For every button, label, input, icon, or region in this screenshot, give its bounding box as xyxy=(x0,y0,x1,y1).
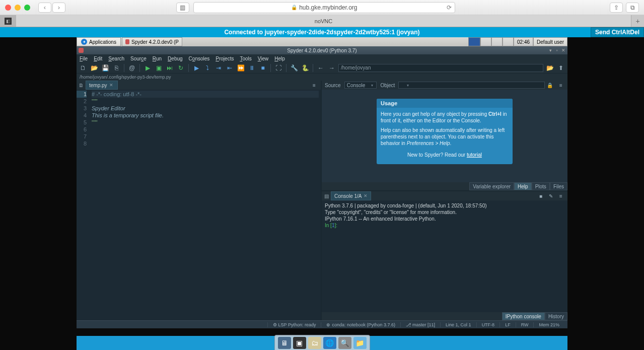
status-cursor-position: Line 1, Col 1 xyxy=(440,322,476,327)
applications-menu[interactable]: ✦ Applications xyxy=(77,37,121,46)
ipython-console[interactable]: Python 3.7.6 | packaged by conda-forge |… xyxy=(322,200,567,312)
forward-button[interactable]: › xyxy=(52,3,65,13)
minimize-window-button[interactable] xyxy=(15,5,21,11)
status-lsp[interactable]: ⚙ LSP Python: ready xyxy=(267,322,321,327)
share-button[interactable]: ⇪ xyxy=(610,3,623,13)
back-button[interactable]: ‹ xyxy=(38,3,51,13)
debug-continue-icon[interactable]: ⏩ xyxy=(236,63,245,73)
back-nav-icon[interactable]: ← xyxy=(316,63,325,73)
run-icon[interactable]: ▶ xyxy=(143,63,152,73)
close-icon[interactable]: ✕ xyxy=(560,47,566,53)
tab-ipython-console[interactable]: IPython console xyxy=(502,312,545,320)
taskbar-item-spyder[interactable]: Spyder 4.2.0.dev0 (Pyth... xyxy=(122,37,182,46)
panel-user[interactable]: Default user xyxy=(533,37,567,46)
editor-tab[interactable]: temp.py ✕ xyxy=(86,81,118,90)
save-all-icon[interactable]: ⎘ xyxy=(112,63,121,73)
pinned-tab[interactable]: ◧ xyxy=(0,15,16,27)
status-conda[interactable]: ⊕ conda: notebook (Python 3.7.6) xyxy=(321,322,400,327)
dock-web-browser[interactable]: 🌐 xyxy=(323,337,336,349)
dock-search[interactable]: 🔍 xyxy=(338,337,351,349)
panel-applet[interactable] xyxy=(480,37,491,46)
address-bar[interactable]: 🔒 hub.gke.mybinder.org ⟳ xyxy=(193,2,455,13)
open-file-icon[interactable]: 📂 xyxy=(90,63,99,73)
console-list-icon[interactable]: ▤ xyxy=(322,191,331,200)
tab-files[interactable]: Files xyxy=(550,182,567,190)
preferences-icon[interactable]: 🔧 xyxy=(290,63,299,73)
menu-consoles[interactable]: Consoles xyxy=(189,56,210,61)
options-icon[interactable]: ≡ xyxy=(556,81,565,90)
options-icon[interactable]: ≡ xyxy=(556,191,565,200)
run-cell-icon[interactable]: ▣ xyxy=(154,63,163,73)
keyboard-layout-indicator[interactable] xyxy=(468,37,480,46)
browser-tab[interactable]: noVNC xyxy=(16,15,631,27)
menu-search[interactable]: Search xyxy=(108,56,124,61)
source-combo[interactable]: Console xyxy=(344,82,377,89)
debug-step-in-icon[interactable]: ⇥ xyxy=(214,63,223,73)
spyder-titlebar[interactable]: Spyder 4.2.0.dev0 (Python 3.7) ▾ ▫ ✕ xyxy=(77,46,567,54)
menu-file[interactable]: File xyxy=(80,56,88,61)
menu-debug[interactable]: Debug xyxy=(168,56,182,61)
pythonpath-icon[interactable]: 🐍 xyxy=(301,63,310,73)
sidebar-toggle-button[interactable]: ▥ xyxy=(176,3,189,13)
working-directory-input[interactable]: /home/jovyan xyxy=(338,64,543,72)
status-rw: RW xyxy=(516,322,534,327)
code-editor[interactable]: 12345678 # -*- coding: utf-8 -*- """ Spy… xyxy=(77,90,321,320)
console-tab[interactable]: Console 1/A ✕ xyxy=(331,191,371,200)
xfce-dock: 🖥 ▣ 🗂 🌐 🔍 📁 xyxy=(274,335,370,350)
maximize-icon[interactable]: ▫ xyxy=(554,47,560,53)
reload-icon[interactable]: ⟳ xyxy=(447,4,452,11)
stop-icon[interactable]: ■ xyxy=(258,63,267,73)
run-cell-advance-icon[interactable]: ⏭ xyxy=(165,63,174,73)
browse-dir-icon[interactable]: 📂 xyxy=(545,63,554,73)
minimize-icon[interactable]: ▾ xyxy=(547,47,553,53)
status-git[interactable]: ⎇ master [11] xyxy=(400,322,440,327)
spyder-statusbar: ⚙ LSP Python: ready ⊕ conda: notebook (P… xyxy=(77,320,567,328)
close-tab-icon[interactable]: ✕ xyxy=(364,193,368,198)
new-file-icon[interactable]: 🗋 xyxy=(79,63,88,73)
maximize-pane-icon[interactable]: ⛶ xyxy=(274,63,283,73)
debug-step-out-icon[interactable]: ⇤ xyxy=(225,63,234,73)
interrupt-icon[interactable]: ■ xyxy=(536,191,545,200)
tab-help[interactable]: Help xyxy=(514,182,532,190)
debug-stop-icon[interactable]: ⏸ xyxy=(247,63,256,73)
close-window-button[interactable] xyxy=(5,5,11,11)
file-list-icon[interactable]: 🗎 xyxy=(77,81,86,90)
menu-edit[interactable]: Edit xyxy=(94,56,102,61)
tabs-button[interactable]: ⧉ xyxy=(626,3,639,13)
at-icon[interactable]: @ xyxy=(127,63,136,73)
menu-help[interactable]: Help xyxy=(274,56,285,61)
close-tab-icon[interactable]: ✕ xyxy=(109,83,113,88)
tab-variable-explorer[interactable]: Variable explorer xyxy=(469,182,514,190)
spyder-menubar: File Edit Search Source Run Debug Consol… xyxy=(77,54,567,62)
menu-view[interactable]: View xyxy=(258,56,269,61)
panel-clock[interactable]: 02:46 xyxy=(514,37,533,46)
send-ctrlaltdel-button[interactable]: Send CtrlAltDel xyxy=(591,27,644,37)
menu-run[interactable]: Run xyxy=(153,56,162,61)
forward-nav-icon[interactable]: → xyxy=(327,63,336,73)
lock-icon[interactable]: 🔒 xyxy=(545,81,554,90)
tutorial-link[interactable]: tutorial xyxy=(467,152,482,158)
options-icon[interactable]: ≡ xyxy=(310,81,319,90)
menu-projects[interactable]: Projects xyxy=(216,56,234,61)
tab-history[interactable]: History xyxy=(545,312,567,320)
dock-show-desktop[interactable]: 🖥 xyxy=(278,337,291,349)
save-file-icon[interactable]: 💾 xyxy=(101,63,110,73)
panel-applet[interactable] xyxy=(503,37,514,46)
panel-applet[interactable] xyxy=(491,37,503,46)
status-memory: Mem 21% xyxy=(533,322,564,327)
clear-icon[interactable]: ✎ xyxy=(546,191,555,200)
zoom-window-button[interactable] xyxy=(24,5,30,11)
usage-box: Usage Here you can get help of any objec… xyxy=(377,99,513,164)
object-input[interactable] xyxy=(398,82,545,89)
dock-home[interactable]: 📁 xyxy=(353,337,367,349)
debug-step-icon[interactable]: ⤵ xyxy=(203,63,212,73)
menu-source[interactable]: Source xyxy=(130,56,147,61)
run-selection-icon[interactable]: ↻ xyxy=(176,63,185,73)
parent-dir-icon[interactable]: ⬆ xyxy=(556,63,565,73)
tab-plots[interactable]: Plots xyxy=(532,182,550,190)
dock-file-manager[interactable]: 🗂 xyxy=(308,337,321,349)
new-tab-button[interactable]: + xyxy=(631,15,644,27)
dock-terminal[interactable]: ▣ xyxy=(293,337,306,349)
menu-tools[interactable]: Tools xyxy=(240,56,251,61)
debug-icon[interactable]: ▶ xyxy=(192,63,201,73)
